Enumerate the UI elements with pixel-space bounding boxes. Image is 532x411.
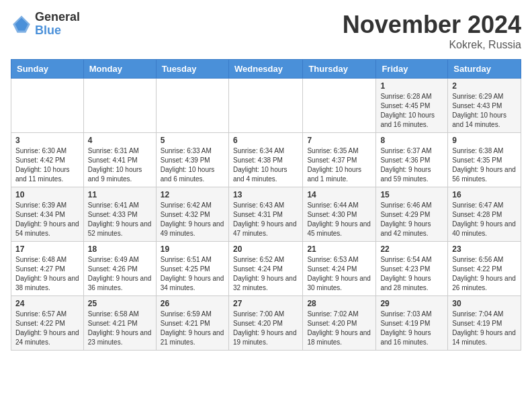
- week-row-1: 1Sunrise: 6:28 AM Sunset: 4:45 PM Daylig…: [11, 79, 521, 133]
- logo-blue-label: Blue: [35, 24, 80, 38]
- day-info: Sunrise: 6:35 AM Sunset: 4:37 PM Dayligh…: [307, 146, 371, 184]
- day-number: 29: [380, 299, 443, 308]
- day-number: 30: [452, 299, 517, 308]
- day-info: Sunrise: 6:28 AM Sunset: 4:45 PM Dayligh…: [380, 92, 443, 130]
- day-info: Sunrise: 6:43 AM Sunset: 4:31 PM Dayligh…: [233, 201, 298, 238]
- day-info: Sunrise: 6:51 AM Sunset: 4:25 PM Dayligh…: [161, 255, 224, 293]
- day-number: 8: [380, 136, 443, 145]
- day-cell: 28Sunrise: 7:02 AM Sunset: 4:20 PM Dayli…: [303, 296, 376, 351]
- day-cell: 1Sunrise: 6:28 AM Sunset: 4:45 PM Daylig…: [376, 79, 448, 133]
- day-info: Sunrise: 6:49 AM Sunset: 4:26 PM Dayligh…: [88, 255, 152, 293]
- calendar-body: 1Sunrise: 6:28 AM Sunset: 4:45 PM Daylig…: [11, 79, 521, 351]
- day-info: Sunrise: 7:00 AM Sunset: 4:20 PM Dayligh…: [233, 310, 298, 347]
- logo-general-label: General: [35, 11, 80, 24]
- day-number: 4: [88, 136, 152, 145]
- day-cell: 15Sunrise: 6:46 AM Sunset: 4:29 PM Dayli…: [376, 187, 448, 242]
- day-cell: 23Sunrise: 6:56 AM Sunset: 4:22 PM Dayli…: [448, 242, 521, 296]
- day-cell: 25Sunrise: 6:58 AM Sunset: 4:21 PM Dayli…: [83, 296, 156, 351]
- day-number: 18: [88, 244, 152, 254]
- day-number: 26: [161, 299, 224, 308]
- calendar-header: SundayMondayTuesdayWednesdayThursdayFrid…: [11, 60, 521, 79]
- logo: General Blue: [11, 11, 80, 38]
- day-info: Sunrise: 6:57 AM Sunset: 4:22 PM Dayligh…: [15, 310, 79, 347]
- day-number: 27: [233, 299, 298, 308]
- day-cell: 8Sunrise: 6:37 AM Sunset: 4:36 PM Daylig…: [376, 133, 448, 187]
- day-info: Sunrise: 6:46 AM Sunset: 4:29 PM Dayligh…: [380, 201, 443, 238]
- col-header-wednesday: Wednesday: [228, 60, 302, 79]
- day-number: 24: [15, 299, 79, 308]
- day-number: 15: [380, 190, 443, 199]
- day-number: 7: [307, 136, 371, 145]
- day-cell: 20Sunrise: 6:52 AM Sunset: 4:24 PM Dayli…: [228, 242, 302, 296]
- logo-text: General Blue: [35, 11, 80, 38]
- day-cell: 16Sunrise: 6:47 AM Sunset: 4:28 PM Dayli…: [448, 187, 521, 242]
- week-row-4: 17Sunrise: 6:48 AM Sunset: 4:27 PM Dayli…: [11, 242, 521, 296]
- day-cell: 14Sunrise: 6:44 AM Sunset: 4:30 PM Dayli…: [303, 187, 376, 242]
- day-cell: [228, 79, 302, 133]
- day-info: Sunrise: 6:38 AM Sunset: 4:35 PM Dayligh…: [452, 146, 517, 184]
- day-cell: 18Sunrise: 6:49 AM Sunset: 4:26 PM Dayli…: [83, 242, 156, 296]
- day-number: 9: [452, 136, 517, 145]
- day-info: Sunrise: 6:53 AM Sunset: 4:24 PM Dayligh…: [307, 255, 371, 293]
- col-header-monday: Monday: [83, 60, 156, 79]
- week-row-2: 3Sunrise: 6:30 AM Sunset: 4:42 PM Daylig…: [11, 133, 521, 187]
- day-cell: 12Sunrise: 6:42 AM Sunset: 4:32 PM Dayli…: [156, 187, 228, 242]
- day-info: Sunrise: 6:58 AM Sunset: 4:21 PM Dayligh…: [88, 310, 152, 347]
- header-row: SundayMondayTuesdayWednesdayThursdayFrid…: [11, 60, 521, 79]
- day-cell: 6Sunrise: 6:34 AM Sunset: 4:38 PM Daylig…: [228, 133, 302, 187]
- day-number: 6: [233, 136, 298, 145]
- col-header-thursday: Thursday: [303, 60, 376, 79]
- day-cell: 4Sunrise: 6:31 AM Sunset: 4:41 PM Daylig…: [83, 133, 156, 187]
- calendar-table: SundayMondayTuesdayWednesdayThursdayFrid…: [11, 59, 521, 351]
- day-cell: 11Sunrise: 6:41 AM Sunset: 4:33 PM Dayli…: [83, 187, 156, 242]
- day-info: Sunrise: 6:34 AM Sunset: 4:38 PM Dayligh…: [233, 146, 298, 184]
- day-number: 11: [88, 190, 152, 199]
- day-info: Sunrise: 6:29 AM Sunset: 4:43 PM Dayligh…: [452, 92, 517, 130]
- day-cell: 9Sunrise: 6:38 AM Sunset: 4:35 PM Daylig…: [448, 133, 521, 187]
- day-cell: 13Sunrise: 6:43 AM Sunset: 4:31 PM Dayli…: [228, 187, 302, 242]
- day-cell: 29Sunrise: 7:03 AM Sunset: 4:19 PM Dayli…: [376, 296, 448, 351]
- day-cell: 2Sunrise: 6:29 AM Sunset: 4:43 PM Daylig…: [448, 79, 521, 133]
- day-number: 1: [380, 81, 443, 91]
- day-info: Sunrise: 6:47 AM Sunset: 4:28 PM Dayligh…: [452, 201, 517, 238]
- day-number: 28: [307, 299, 371, 308]
- day-info: Sunrise: 6:56 AM Sunset: 4:22 PM Dayligh…: [452, 255, 517, 293]
- day-cell: 3Sunrise: 6:30 AM Sunset: 4:42 PM Daylig…: [11, 133, 84, 187]
- day-number: 19: [161, 244, 224, 254]
- day-info: Sunrise: 6:48 AM Sunset: 4:27 PM Dayligh…: [15, 255, 79, 293]
- week-row-3: 10Sunrise: 6:39 AM Sunset: 4:34 PM Dayli…: [11, 187, 521, 242]
- day-number: 20: [233, 244, 298, 254]
- day-cell: 10Sunrise: 6:39 AM Sunset: 4:34 PM Dayli…: [11, 187, 84, 242]
- day-info: Sunrise: 7:04 AM Sunset: 4:19 PM Dayligh…: [452, 310, 517, 347]
- day-cell: 27Sunrise: 7:00 AM Sunset: 4:20 PM Dayli…: [228, 296, 302, 351]
- col-header-friday: Friday: [376, 60, 448, 79]
- day-number: 3: [15, 136, 79, 145]
- page-header: General Blue November 2024 Kokrek, Russi…: [11, 11, 521, 51]
- day-cell: 30Sunrise: 7:04 AM Sunset: 4:19 PM Dayli…: [448, 296, 521, 351]
- day-number: 12: [161, 190, 224, 199]
- day-info: Sunrise: 7:02 AM Sunset: 4:20 PM Dayligh…: [307, 310, 371, 347]
- location-label: Kokrek, Russia: [343, 39, 521, 51]
- day-cell: [11, 79, 84, 133]
- day-info: Sunrise: 6:54 AM Sunset: 4:23 PM Dayligh…: [380, 255, 443, 293]
- col-header-tuesday: Tuesday: [156, 60, 228, 79]
- day-info: Sunrise: 6:52 AM Sunset: 4:24 PM Dayligh…: [233, 255, 298, 293]
- title-block: November 2024 Kokrek, Russia: [343, 11, 521, 51]
- day-info: Sunrise: 6:59 AM Sunset: 4:21 PM Dayligh…: [161, 310, 224, 347]
- day-info: Sunrise: 7:03 AM Sunset: 4:19 PM Dayligh…: [380, 310, 443, 347]
- day-number: 10: [15, 190, 79, 199]
- day-cell: [156, 79, 228, 133]
- day-number: 2: [452, 81, 517, 91]
- day-info: Sunrise: 6:31 AM Sunset: 4:41 PM Dayligh…: [88, 146, 152, 184]
- day-number: 21: [307, 244, 371, 254]
- day-number: 5: [161, 136, 224, 145]
- day-info: Sunrise: 6:30 AM Sunset: 4:42 PM Dayligh…: [15, 146, 79, 184]
- day-info: Sunrise: 6:39 AM Sunset: 4:34 PM Dayligh…: [15, 201, 79, 238]
- day-cell: [303, 79, 376, 133]
- month-title: November 2024: [343, 11, 521, 39]
- day-cell: 22Sunrise: 6:54 AM Sunset: 4:23 PM Dayli…: [376, 242, 448, 296]
- day-number: 17: [15, 244, 79, 254]
- day-number: 22: [380, 244, 443, 254]
- day-cell: 24Sunrise: 6:57 AM Sunset: 4:22 PM Dayli…: [11, 296, 84, 351]
- day-info: Sunrise: 6:37 AM Sunset: 4:36 PM Dayligh…: [380, 146, 443, 184]
